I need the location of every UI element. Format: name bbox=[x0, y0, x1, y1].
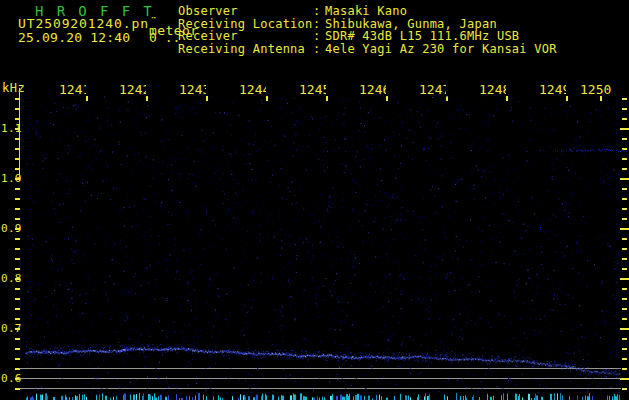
hrofft-output-screen: H R O F F T UT2509201240.pn meteor 25.09… bbox=[0, 0, 629, 400]
spectrogram-canvas bbox=[0, 0, 629, 400]
